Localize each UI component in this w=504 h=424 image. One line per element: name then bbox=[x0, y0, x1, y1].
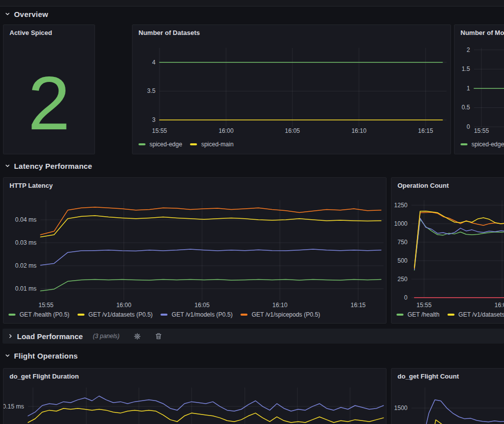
section-title: Flight Operations bbox=[14, 352, 78, 360]
stat-value: 2 bbox=[4, 52, 94, 154]
svg-text:1250: 1250 bbox=[394, 202, 408, 209]
legend-item[interactable]: GET /v1/spicepods (P0.5) bbox=[240, 311, 320, 318]
section-title: Latency Performance bbox=[14, 162, 92, 170]
panel-title[interactable]: HTTP Latency bbox=[10, 182, 52, 189]
chevron-down-icon bbox=[4, 352, 11, 359]
panel-title[interactable]: do_get Flight Duration bbox=[10, 373, 79, 380]
panel-operation-count: Operation Count 02505007501000125015:551… bbox=[391, 177, 504, 324]
legend-series-color bbox=[396, 314, 404, 316]
section-title: Overview bbox=[14, 10, 48, 18]
svg-text:750: 750 bbox=[398, 239, 408, 246]
panel-title[interactable]: Operation Count bbox=[398, 182, 449, 189]
chart-legend: spiced-edge bbox=[460, 141, 504, 148]
legend-series-color bbox=[460, 143, 468, 145]
legend-item[interactable]: GET /v1/datasets bbox=[448, 311, 504, 318]
svg-text:1000: 1000 bbox=[394, 220, 408, 227]
legend-item[interactable]: GET /health bbox=[396, 311, 440, 318]
chart-legend: spiced-edgespiced-main bbox=[138, 141, 234, 148]
panel-do-get-flight-duration: do_get Flight Duration 0.15 ms bbox=[3, 368, 386, 424]
legend-series-color bbox=[190, 143, 197, 145]
panel-active-spiced: Active Spiced 2 bbox=[3, 24, 95, 154]
svg-text:250: 250 bbox=[398, 276, 408, 283]
svg-text:16:00: 16:00 bbox=[218, 127, 234, 134]
svg-text:16:10: 16:10 bbox=[352, 127, 366, 134]
legend-series-label: GET /v1/models (P0.5) bbox=[172, 311, 232, 318]
chevron-down-icon bbox=[4, 162, 11, 169]
svg-text:0.02 ms: 0.02 ms bbox=[15, 262, 36, 269]
legend-series-label: GET /v1/datasets (P0.5) bbox=[88, 311, 153, 318]
svg-text:0: 0 bbox=[466, 123, 470, 130]
svg-text:16:15: 16:15 bbox=[418, 127, 433, 134]
legend-series-color bbox=[240, 314, 248, 316]
svg-text:16:00: 16:00 bbox=[116, 302, 132, 309]
legend-series-label: spiced-edge bbox=[150, 141, 182, 148]
panel-title[interactable]: Number of Datasets bbox=[138, 29, 200, 36]
section-header-latency-performance[interactable]: Latency Performance bbox=[4, 160, 92, 172]
legend-item[interactable]: spiced-edge bbox=[138, 141, 182, 148]
legend-series-color bbox=[8, 314, 16, 316]
legend-series-color bbox=[160, 314, 168, 316]
chart-legend: GET /health (P0.5)GET /v1/datasets (P0.5… bbox=[8, 311, 320, 318]
svg-text:2: 2 bbox=[466, 46, 470, 53]
svg-text:15:55: 15:55 bbox=[474, 127, 489, 134]
svg-text:0.04 ms: 0.04 ms bbox=[15, 216, 36, 223]
svg-text:1: 1 bbox=[466, 85, 470, 92]
svg-text:16:10: 16:10 bbox=[272, 302, 288, 309]
legend-series-color bbox=[138, 143, 146, 145]
panel-title[interactable]: do_get Flight Count bbox=[398, 373, 459, 380]
http-latency-chart[interactable]: 0.01 ms0.02 ms0.03 ms0.04 ms15:5516:0016… bbox=[4, 178, 386, 324]
legend-series-label: spiced-edge bbox=[472, 141, 504, 148]
trash-icon[interactable] bbox=[155, 333, 162, 340]
svg-text:3: 3 bbox=[152, 116, 156, 123]
panel-http-latency: HTTP Latency 0.01 ms0.02 ms0.03 ms0.04 m… bbox=[3, 177, 386, 324]
number-of-datasets-chart[interactable]: 33.5415:5516:0016:0516:1016:15 bbox=[132, 25, 451, 154]
section-title: Load Performance bbox=[17, 332, 83, 341]
panel-number-of-models: Number of Models 00.511.5215:55 spiced-e… bbox=[454, 24, 504, 154]
svg-text:15:55: 15:55 bbox=[152, 127, 167, 134]
panel-do-get-flight-count: do_get Flight Count 1500 bbox=[391, 368, 504, 424]
panels-count-note: (3 panels) bbox=[93, 333, 120, 340]
svg-text:1500: 1500 bbox=[394, 405, 408, 412]
svg-text:16:00: 16:00 bbox=[494, 302, 504, 309]
legend-series-color bbox=[448, 314, 454, 316]
chevron-right-icon bbox=[7, 333, 14, 340]
legend-item[interactable]: GET /health (P0.5) bbox=[8, 311, 70, 318]
legend-series-label: GET /v1/datasets bbox=[458, 311, 504, 318]
svg-text:3.5: 3.5 bbox=[147, 87, 156, 94]
panel-title[interactable]: Active Spiced bbox=[10, 29, 52, 36]
legend-series-color bbox=[78, 314, 84, 316]
svg-text:0.5: 0.5 bbox=[462, 104, 470, 111]
section-header-load-performance[interactable]: Load Performance (3 panels) bbox=[2, 329, 504, 344]
legend-series-label: GET /health bbox=[408, 311, 440, 318]
svg-text:0: 0 bbox=[404, 294, 408, 301]
svg-text:16:05: 16:05 bbox=[285, 127, 300, 134]
section-header-flight-operations[interactable]: Flight Operations bbox=[4, 350, 78, 362]
legend-item[interactable]: GET /v1/datasets (P0.5) bbox=[78, 311, 153, 318]
svg-text:500: 500 bbox=[398, 257, 408, 264]
top-toolbar bbox=[0, 0, 504, 6]
legend-series-label: GET /v1/spicepods (P0.5) bbox=[252, 311, 320, 318]
svg-text:0.03 ms: 0.03 ms bbox=[15, 239, 36, 246]
svg-text:4: 4 bbox=[152, 59, 156, 66]
svg-text:15:55: 15:55 bbox=[416, 302, 432, 309]
operation-count-chart[interactable]: 02505007501000125015:5516:00 bbox=[392, 178, 504, 324]
svg-text:0.15 ms: 0.15 ms bbox=[4, 403, 24, 410]
panel-title[interactable]: Number of Models bbox=[460, 29, 504, 36]
legend-item[interactable]: GET /v1/models (P0.5) bbox=[160, 311, 232, 318]
legend-series-label: spiced-main bbox=[201, 141, 234, 148]
number-of-models-chart[interactable]: 00.511.5215:55 bbox=[454, 25, 504, 154]
gear-icon[interactable] bbox=[134, 333, 141, 340]
legend-item[interactable]: spiced-edge bbox=[460, 141, 504, 148]
panel-number-of-datasets: Number of Datasets 33.5415:5516:0016:051… bbox=[132, 24, 451, 154]
svg-text:0.01 ms: 0.01 ms bbox=[15, 285, 36, 292]
legend-item[interactable]: spiced-main bbox=[190, 141, 234, 148]
svg-text:1.5: 1.5 bbox=[462, 65, 470, 72]
chevron-down-icon bbox=[4, 10, 11, 17]
chart-legend: GET /healthGET /v1/datasets bbox=[396, 311, 504, 318]
svg-text:16:05: 16:05 bbox=[194, 302, 210, 309]
svg-text:15:55: 15:55 bbox=[38, 302, 54, 309]
legend-series-label: GET /health (P0.5) bbox=[20, 311, 70, 318]
svg-text:16:15: 16:15 bbox=[350, 302, 366, 309]
section-header-overview[interactable]: Overview bbox=[4, 8, 48, 20]
